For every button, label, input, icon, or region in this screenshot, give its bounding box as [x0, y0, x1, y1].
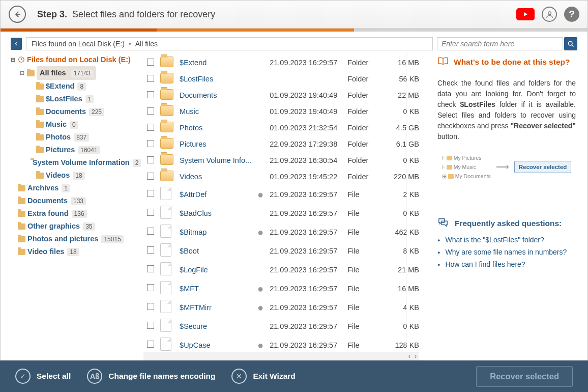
folder-icon — [160, 138, 173, 149]
file-name[interactable]: $BadClus — [177, 204, 254, 222]
account-button[interactable] — [542, 7, 557, 22]
row-checkbox[interactable] — [147, 265, 154, 272]
file-name[interactable]: $LostFiles — [177, 71, 254, 87]
file-name[interactable]: $AttrDef — [177, 185, 254, 204]
file-row[interactable]: $Secure21.09.2023 16:29:57File0 KB — [143, 317, 428, 335]
collapse-icon[interactable]: ⊟ — [19, 67, 25, 79]
scroll-left-icon[interactable]: ‹ — [408, 353, 410, 360]
row-checkbox[interactable] — [147, 228, 154, 235]
help-button[interactable]: ? — [564, 7, 579, 22]
file-row[interactable]: Photos01.09.2023 21:32:54Folder4.5 GB — [143, 120, 428, 136]
file-row[interactable]: $LostFilesFolder56 KB — [143, 71, 428, 87]
file-row[interactable]: Music01.09.2023 19:40:49Folder0 KB — [143, 103, 428, 120]
file-name[interactable]: $Extend — [177, 54, 254, 71]
row-checkbox[interactable] — [147, 303, 154, 310]
file-name[interactable]: $Secure — [177, 317, 254, 335]
file-date: 01.09.2023 19:45:22 — [267, 169, 344, 185]
file-name[interactable]: Pictures — [177, 136, 254, 152]
folder-icon — [160, 171, 173, 181]
row-checkbox[interactable] — [147, 341, 154, 348]
tree-root[interactable]: ⊟ Files found on Local Disk (E:) — [10, 55, 140, 64]
file-row[interactable]: Pictures22.09.2023 17:29:38Folder6.1 GB — [143, 136, 428, 152]
recover-selected-button[interactable]: Recover selected — [476, 366, 573, 387]
row-checkbox[interactable] — [147, 246, 154, 254]
collapse-icon[interactable]: ⊟ — [10, 57, 16, 63]
nav-back-button[interactable] — [11, 38, 22, 50]
file-date: 21.09.2023 16:30:54 — [267, 152, 344, 169]
tree-item[interactable]: Documents 225 — [28, 105, 140, 118]
search-input[interactable] — [437, 37, 563, 50]
row-checkbox[interactable] — [147, 284, 154, 291]
file-row[interactable]: $MFT●21.09.2023 16:29:57File16 MB — [143, 279, 428, 298]
scroll-right-icon[interactable]: › — [415, 353, 417, 360]
file-name[interactable]: $MFT — [177, 279, 254, 298]
status-dot — [254, 241, 267, 260]
breadcrumb-current[interactable]: All files — [135, 40, 158, 48]
tree-category[interactable]: Archives 1 — [10, 182, 140, 194]
change-encoding-button[interactable]: Aß Change file names encoding — [87, 369, 215, 384]
row-checkbox[interactable] — [147, 209, 154, 216]
file-name[interactable]: $LogFile — [177, 260, 254, 279]
folder-icon — [18, 223, 25, 230]
faq-item[interactable]: What is the "$LostFiles" folder? — [437, 236, 576, 244]
folder-icon — [18, 198, 25, 204]
tree-all-files[interactable]: ⊟ All files 17143 — [19, 66, 140, 80]
file-name[interactable]: Documents — [177, 87, 254, 103]
file-row[interactable]: $LogFile21.09.2023 16:29:57File21 MB — [143, 260, 428, 279]
file-name[interactable]: System Volume Info... — [177, 152, 254, 169]
file-row[interactable]: $BadClus21.09.2023 16:29:57File0 KB — [143, 204, 428, 222]
file-row[interactable]: $Extend21.09.2023 16:29:57Folder16 MB — [143, 54, 428, 71]
file-row[interactable]: Videos01.09.2023 19:45:22Folder220 MB — [143, 169, 428, 185]
file-row[interactable]: $AttrDef●21.09.2023 16:29:57File2 KB — [143, 185, 428, 204]
tree-category[interactable]: Video files 18 — [10, 245, 140, 258]
file-size: 220 MB — [388, 169, 428, 185]
file-name[interactable]: Videos — [177, 169, 254, 185]
faq-item[interactable]: How can I find files here? — [437, 260, 576, 268]
search-button[interactable] — [564, 37, 577, 50]
file-date — [267, 71, 344, 87]
tree-item[interactable]: $LostFiles 1 — [28, 93, 140, 105]
row-checkbox[interactable] — [147, 156, 154, 163]
select-all-button[interactable]: ✓ Select all — [15, 369, 71, 384]
tree-item[interactable]: Music 0 — [28, 118, 140, 131]
row-checkbox[interactable] — [147, 190, 154, 197]
file-name[interactable]: $Boot — [177, 241, 254, 260]
tree-category[interactable]: Other graphics 35 — [10, 220, 140, 233]
file-row[interactable]: $Bitmap●21.09.2023 16:29:57File462 KB — [143, 222, 428, 241]
tree-category[interactable]: Extra found 136 — [10, 207, 140, 220]
file-row[interactable]: $Boot21.09.2023 16:29:57File8 KB — [143, 241, 428, 260]
horizontal-scrollbar[interactable]: ‹ › — [143, 352, 419, 360]
tree-item[interactable]: Pictures 16041 — [28, 144, 140, 156]
tree-item[interactable]: System Volume Information 2 — [28, 156, 140, 169]
row-checkbox[interactable] — [147, 59, 154, 66]
file-name[interactable]: $Bitmap — [177, 222, 254, 241]
row-checkbox[interactable] — [147, 107, 154, 115]
row-checkbox[interactable] — [147, 124, 154, 131]
file-row[interactable]: System Volume Info...21.09.2023 16:30:54… — [143, 152, 428, 169]
exit-wizard-button[interactable]: ✕ Exit Wizard — [231, 369, 295, 384]
tree-category[interactable]: Photos and pictures 15015 — [10, 233, 140, 245]
row-checkbox[interactable] — [147, 91, 154, 98]
file-name[interactable]: $MFTMirr — [177, 298, 254, 317]
row-checkbox[interactable] — [147, 75, 154, 82]
row-checkbox[interactable] — [147, 173, 154, 180]
tree-item[interactable]: $Extend 8 — [28, 80, 140, 93]
file-row[interactable]: Documents01.09.2023 19:40:49Folder22 MB — [143, 87, 428, 103]
file-size: 8 KB — [388, 241, 428, 260]
folder-icon — [160, 89, 173, 100]
status-dot: ● — [254, 185, 267, 204]
file-name[interactable]: Photos — [177, 120, 254, 136]
tree-category[interactable]: Documents 133 — [10, 194, 140, 207]
row-checkbox[interactable] — [147, 140, 154, 147]
file-size: 6.1 GB — [388, 136, 428, 152]
file-name[interactable]: Music — [177, 103, 254, 120]
tree-item[interactable]: Photos 837 — [28, 131, 140, 144]
breadcrumb-root[interactable]: Files found on Local Disk (E:) — [32, 40, 125, 48]
breadcrumb[interactable]: Files found on Local Disk (E:) • All fil… — [26, 37, 433, 50]
tree-item[interactable]: Videos 18 — [28, 169, 140, 182]
faq-item[interactable]: Why are some file names in numbers? — [437, 248, 576, 256]
youtube-link[interactable] — [516, 8, 535, 20]
back-button[interactable] — [9, 6, 26, 23]
row-checkbox[interactable] — [147, 322, 154, 329]
file-row[interactable]: $MFTMirr●21.09.2023 16:29:57File4 KB — [143, 298, 428, 317]
